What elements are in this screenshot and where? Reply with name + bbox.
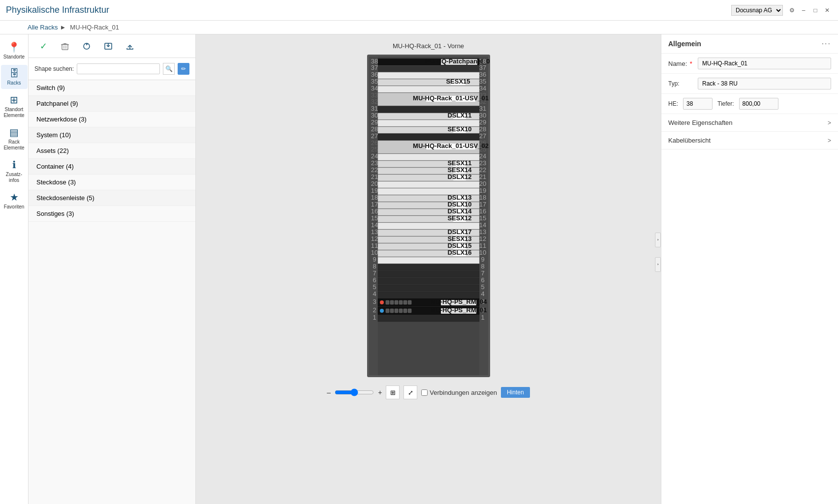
sidebar-item-standort-elemente[interactable]: ⊞ Standort Elemente — [1, 91, 28, 121]
svg-text:19: 19 — [371, 187, 377, 194]
shape-search-bar: Shape suchen: 🔍 ✏ — [29, 58, 195, 80]
svg-text:9: 9 — [372, 256, 376, 263]
shape-item-steckdose[interactable]: Steckdose (3) — [29, 175, 195, 190]
shape-item-system[interactable]: System (10) — [29, 127, 195, 143]
weitere-eigenschaften-section[interactable]: Weitere Eigenschaften > — [661, 114, 838, 132]
svg-text:11: 11 — [371, 242, 377, 249]
props-title: Allgemein — [668, 40, 701, 48]
svg-text:4: 4 — [481, 290, 484, 297]
rack-controls: – + ⊞ ⤢ Verbindungen anzeigen Hinten — [327, 385, 529, 399]
svg-text:17: 17 — [479, 201, 486, 208]
svg-text:35: 35 — [371, 78, 377, 85]
sidebar-item-zusatz-infos[interactable]: ℹ Zusatz- infos — [1, 156, 28, 186]
sidebar-item-rack-elemente[interactable]: ▤ Rack Elemente — [1, 123, 28, 154]
weitere-eigenschaften-label: Weitere Eigenschaften — [668, 119, 733, 126]
sidebar-item-standorte[interactable]: 📍 Standorte — [1, 38, 28, 63]
sidebar-item-standort-elemente-label: Standort Elemente — [3, 107, 26, 119]
svg-text:8: 8 — [481, 263, 484, 270]
svg-text:MU-HQ-PS_RM_04: MU-HQ-PS_RM_04 — [430, 298, 487, 305]
svg-text:28: 28 — [479, 125, 486, 133]
shape-item-sonstiges[interactable]: Sonstiges (3) — [29, 206, 195, 222]
prop-tiefer-input[interactable] — [739, 98, 778, 110]
prop-name-input[interactable] — [698, 58, 831, 69]
svg-text:37: 37 — [371, 64, 377, 71]
svg-text:18: 18 — [479, 194, 486, 201]
svg-text:7: 7 — [372, 269, 376, 277]
svg-text:17: 17 — [371, 201, 377, 208]
svg-text:37: 37 — [479, 64, 486, 71]
collapse-top-handle[interactable]: › — [655, 233, 661, 247]
favoriten-icon: ★ — [10, 191, 19, 203]
sidebar-item-racks[interactable]: 🗄 Racks — [1, 65, 28, 89]
svg-text:10: 10 — [371, 249, 377, 256]
hinten-button[interactable]: Hinten — [501, 387, 530, 398]
svg-rect-156 — [399, 300, 403, 304]
svg-rect-165 — [386, 309, 389, 313]
maximize-btn[interactable]: □ — [810, 5, 820, 15]
svg-text:16: 16 — [479, 208, 486, 215]
zoom-out-button[interactable]: – — [327, 388, 331, 396]
shape-search-input[interactable] — [77, 63, 160, 74]
zoom-slider[interactable] — [335, 388, 374, 396]
shape-item-container[interactable]: Container (4) — [29, 159, 195, 175]
toolbar: ✓ — [29, 34, 195, 58]
kabel-uebersicht-chevron: > — [828, 137, 831, 144]
refresh-button[interactable] — [78, 37, 95, 55]
verbindungen-checkbox[interactable] — [421, 389, 428, 396]
svg-text:13: 13 — [479, 228, 486, 236]
close-btn[interactable]: ✕ — [822, 5, 832, 15]
shape-item-switch[interactable]: Switch (9) — [29, 80, 195, 96]
svg-text:6: 6 — [481, 276, 484, 284]
app-title: Physikalische Infrastruktur — [6, 5, 109, 15]
minimize-btn[interactable]: – — [799, 5, 808, 15]
export-button[interactable] — [99, 37, 117, 55]
upload-button[interactable] — [121, 37, 139, 55]
svg-text:MU-HQ-Rack_01-USV_01: MU-HQ-Rack_01-USV_01 — [413, 94, 489, 102]
svg-text:14: 14 — [479, 221, 486, 229]
shape-item-steckdosenleiste[interactable]: Steckdosenleiste (5) — [29, 190, 195, 206]
svg-text:SESX10: SESX10 — [447, 125, 471, 133]
company-select[interactable]: Docusnap AG — [731, 5, 783, 16]
shape-search-button[interactable]: 🔍 — [163, 63, 175, 75]
svg-text:23: 23 — [479, 159, 486, 167]
svg-text:5: 5 — [372, 283, 376, 291]
delete-button[interactable] — [56, 37, 74, 55]
shape-edit-button[interactable]: ✏ — [178, 63, 189, 75]
props-menu-button[interactable]: ··· — [822, 39, 831, 48]
shape-list: Switch (9) Patchpanel (9) Netzwerkdose (… — [29, 80, 195, 504]
fit-button[interactable]: ⤢ — [403, 385, 417, 399]
rack-canvas[interactable]: MU-HQ-Rack_01 - Vorne 38 38 — [196, 34, 661, 504]
svg-text:34: 34 — [479, 85, 486, 92]
svg-text:6: 6 — [372, 276, 376, 284]
breadcrumb: Alle Racks ► MU-HQ-Rack_01 — [0, 21, 838, 34]
prop-type-input[interactable] — [698, 78, 831, 89]
shape-item-netzwerkdose[interactable]: Netzwerkdose (3) — [29, 112, 195, 127]
svg-text:31: 31 — [371, 105, 377, 112]
svg-text:DSLX14: DSLX14 — [447, 208, 472, 215]
kabel-uebersicht-section[interactable]: Kabelübersicht > — [661, 132, 838, 149]
svg-rect-0 — [62, 44, 68, 50]
rack-visual[interactable]: 38 38 MU-HQ-Patchpanel_01 37 37 36 36 3 — [367, 55, 490, 381]
svg-text:27: 27 — [479, 132, 486, 140]
svg-text:28: 28 — [371, 125, 377, 133]
save-button[interactable]: ✓ — [34, 37, 52, 55]
prop-he-row: HE: Tiefer: — [661, 94, 838, 114]
svg-text:MU-HQ-Rack_01-USV_02: MU-HQ-Rack_01-USV_02 — [413, 142, 489, 149]
shape-item-assets[interactable]: Assets (22) — [29, 143, 195, 159]
kabel-uebersicht-label: Kabelübersicht — [668, 137, 711, 144]
prop-he-label: HE: — [668, 100, 678, 107]
svg-text:34: 34 — [371, 85, 377, 92]
svg-text:27: 27 — [371, 132, 377, 140]
grid-view-button[interactable]: ⊞ — [386, 385, 400, 399]
svg-text:16: 16 — [371, 208, 377, 215]
breadcrumb-root[interactable]: Alle Racks — [28, 24, 58, 31]
shape-item-patchpanel[interactable]: Patchpanel (9) — [29, 96, 195, 112]
collapse-bottom-handle[interactable]: › — [655, 257, 661, 272]
sidebar-item-favoriten[interactable]: ★ Favoriten — [1, 188, 28, 213]
settings-btn[interactable]: ⚙ — [787, 5, 797, 15]
sidebar-item-standorte-label: Standorte — [3, 54, 25, 60]
standorte-icon: 📍 — [8, 41, 20, 53]
zoom-in-button[interactable]: + — [378, 388, 382, 396]
sidebar-item-favoriten-label: Favoriten — [4, 204, 25, 210]
prop-he-input[interactable] — [683, 98, 713, 110]
